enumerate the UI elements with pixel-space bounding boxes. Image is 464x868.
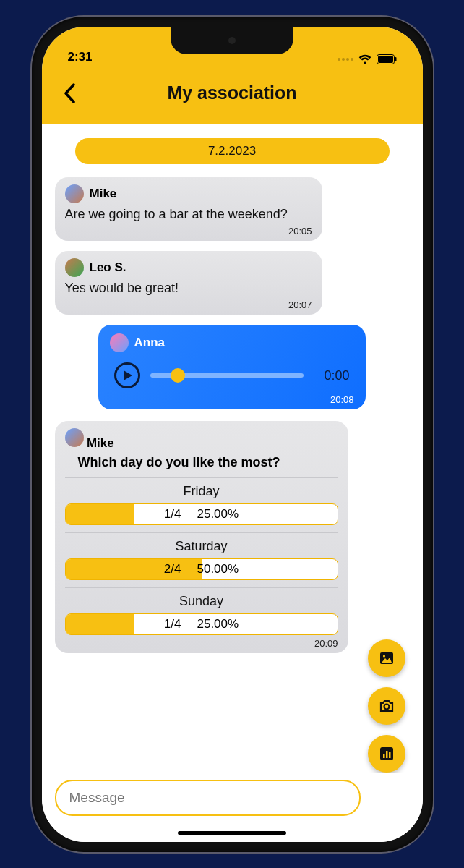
signal-dots-icon (338, 58, 353, 61)
message-time: 20:09 (65, 638, 338, 649)
divider (65, 532, 338, 533)
play-button[interactable] (114, 362, 140, 388)
svg-point-5 (384, 704, 389, 709)
avatar (65, 184, 84, 203)
voice-message-bubble[interactable]: Anna 0:00 20:08 (98, 325, 366, 409)
chevron-left-icon (63, 83, 76, 103)
voice-duration: 0:00 (314, 368, 350, 383)
play-icon (124, 370, 132, 380)
svg-rect-7 (383, 754, 385, 758)
camera-icon (378, 697, 395, 715)
poll-bar: 1/4 25.00% (65, 613, 338, 635)
voice-player: 0:00 (110, 362, 354, 393)
status-icons (338, 54, 397, 64)
poll-bar-fill (66, 614, 134, 634)
message-time: 20:08 (110, 394, 354, 405)
message-time: 20:05 (65, 226, 312, 237)
battery-icon (377, 54, 397, 64)
divider (65, 587, 338, 588)
message-text: Yes would be great! (65, 280, 312, 297)
poll-bar-fill (66, 504, 134, 524)
message-bubble[interactable]: Mike Are we going to a bar at the weeken… (55, 177, 322, 241)
svg-rect-2 (395, 57, 396, 61)
poll-option-label: Friday (65, 484, 338, 499)
message-text: Are we going to a bar at the weekend? (65, 206, 312, 223)
poll-count: 1/4 (164, 507, 181, 522)
notch (171, 27, 293, 54)
sender-name: Mike (87, 436, 114, 450)
svg-rect-8 (386, 751, 388, 758)
home-indicator[interactable] (178, 831, 286, 835)
scrubber-knob[interactable] (171, 368, 185, 383)
poll-bar: 1/4 25.00% (65, 503, 338, 525)
image-icon (378, 650, 395, 667)
poll-option[interactable]: Sunday 1/4 25.00% (65, 594, 338, 635)
back-button[interactable] (55, 79, 84, 108)
page-title: My association (42, 82, 423, 103)
voice-scrubber[interactable] (150, 373, 304, 378)
camera-fab[interactable] (368, 687, 405, 725)
status-time: 2:31 (68, 50, 93, 64)
avatar (110, 333, 129, 352)
poll-question: Which day do you like the most? (78, 455, 338, 470)
sender-name: Leo S. (90, 260, 126, 275)
poll-option-label: Saturday (65, 539, 338, 554)
sender-name: Anna (134, 336, 166, 350)
wifi-icon (358, 54, 372, 64)
date-separator: 7.2.2023 (75, 138, 390, 164)
svg-rect-1 (378, 56, 393, 63)
avatar (65, 428, 84, 447)
poll-percent: 25.00% (197, 617, 239, 631)
avatar (65, 258, 84, 277)
image-fab[interactable] (368, 639, 405, 677)
poll-percent: 50.00% (197, 562, 239, 576)
poll-option[interactable]: Friday 1/4 25.00% (65, 484, 338, 525)
sender-name: Mike (90, 187, 117, 201)
message-bubble[interactable]: Leo S. Yes would be great! 20:07 (55, 251, 322, 315)
screen: 2:31 My association 7.2.2023 (42, 27, 423, 842)
divider (65, 477, 338, 478)
poll-option-label: Sunday (65, 594, 338, 609)
poll-fab[interactable] (368, 735, 405, 773)
svg-point-4 (382, 655, 384, 657)
svg-rect-9 (389, 752, 391, 758)
message-input[interactable] (55, 780, 361, 816)
poll-bubble[interactable]: Mike Which day do you like the most? Fri… (55, 421, 348, 653)
poll-bar: 2/4 50.00% (65, 558, 338, 580)
bar-chart-icon (379, 746, 395, 762)
chat-scroll[interactable]: 7.2.2023 Mike Are we going to a bar at t… (42, 124, 423, 787)
poll-count: 1/4 (164, 617, 181, 631)
poll-percent: 25.00% (197, 507, 239, 522)
poll-count: 2/4 (164, 562, 181, 576)
poll-option[interactable]: Saturday 2/4 50.00% (65, 539, 338, 580)
phone-frame: 2:31 My association 7.2.2023 (32, 17, 433, 852)
header: My association (42, 66, 423, 124)
message-time: 20:07 (65, 299, 312, 310)
